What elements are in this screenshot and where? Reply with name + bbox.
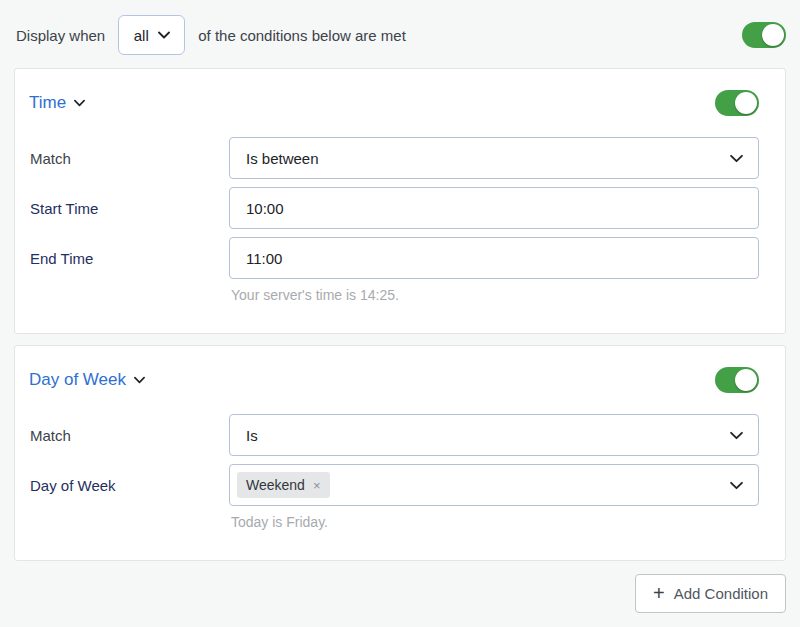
- start-time-input[interactable]: [229, 187, 759, 229]
- day-of-week-row: Day of Week Weekend ×: [29, 464, 759, 506]
- match-label: Match: [29, 427, 229, 444]
- match-select-value: Is between: [246, 150, 319, 167]
- add-condition-label: Add Condition: [674, 585, 768, 602]
- chevron-down-icon: [134, 376, 145, 384]
- start-time-row: Start Time: [29, 187, 759, 229]
- chevron-down-icon: [158, 31, 170, 39]
- chevron-down-icon: [730, 431, 743, 440]
- add-condition-button[interactable]: + Add Condition: [635, 574, 786, 613]
- chevron-down-icon: [74, 99, 85, 107]
- helper-row: Your server's time is 14:25.: [29, 287, 759, 303]
- today-helper: Today is Friday.: [229, 514, 759, 530]
- start-time-label: Start Time: [29, 200, 229, 217]
- condition-title-time[interactable]: Time: [29, 93, 85, 113]
- condition-toggle-day-of-week[interactable]: [715, 367, 759, 393]
- condition-title-day-of-week[interactable]: Day of Week: [29, 370, 145, 390]
- display-when-bar: Display when all of the conditions below…: [0, 0, 800, 55]
- condition-card-day-of-week: Day of Week Match Is Day of Week Weekend…: [14, 345, 786, 561]
- chevron-down-icon: [730, 154, 743, 163]
- match-row: Match Is: [29, 414, 759, 456]
- toggle-knob: [762, 24, 784, 46]
- toggle-knob: [735, 369, 757, 391]
- condition-relation-select[interactable]: all: [118, 15, 185, 55]
- day-of-week-label: Day of Week: [29, 477, 229, 494]
- day-of-week-multiselect[interactable]: Weekend ×: [229, 464, 759, 506]
- display-when-label: Display when: [16, 27, 105, 44]
- card-header: Time: [29, 91, 759, 115]
- remove-tag-icon[interactable]: ×: [313, 479, 321, 492]
- plus-icon: +: [653, 583, 665, 603]
- server-time-helper: Your server's time is 14:25.: [229, 287, 759, 303]
- end-time-input[interactable]: [229, 237, 759, 279]
- footer: + Add Condition: [14, 574, 786, 613]
- condition-card-time: Time Match Is between Start Time End Tim…: [14, 68, 786, 334]
- tag-label: Weekend: [246, 477, 305, 493]
- toggle-knob: [735, 92, 757, 114]
- card-header: Day of Week: [29, 368, 759, 392]
- end-time-label: End Time: [29, 250, 229, 267]
- match-label: Match: [29, 150, 229, 167]
- conditions-met-label: of the conditions below are met: [198, 27, 406, 44]
- match-row: Match Is between: [29, 137, 759, 179]
- display-conditions-toggle[interactable]: [742, 22, 786, 48]
- condition-title-label: Day of Week: [29, 370, 126, 390]
- condition-toggle-time[interactable]: [715, 90, 759, 116]
- selected-day-tag: Weekend ×: [237, 472, 330, 498]
- helper-row: Today is Friday.: [29, 514, 759, 530]
- condition-title-label: Time: [29, 93, 66, 113]
- match-select-value: Is: [246, 427, 258, 444]
- match-select[interactable]: Is between: [229, 137, 759, 179]
- relation-value: all: [134, 27, 149, 44]
- match-select[interactable]: Is: [229, 414, 759, 456]
- end-time-row: End Time: [29, 237, 759, 279]
- chevron-down-icon: [730, 481, 743, 490]
